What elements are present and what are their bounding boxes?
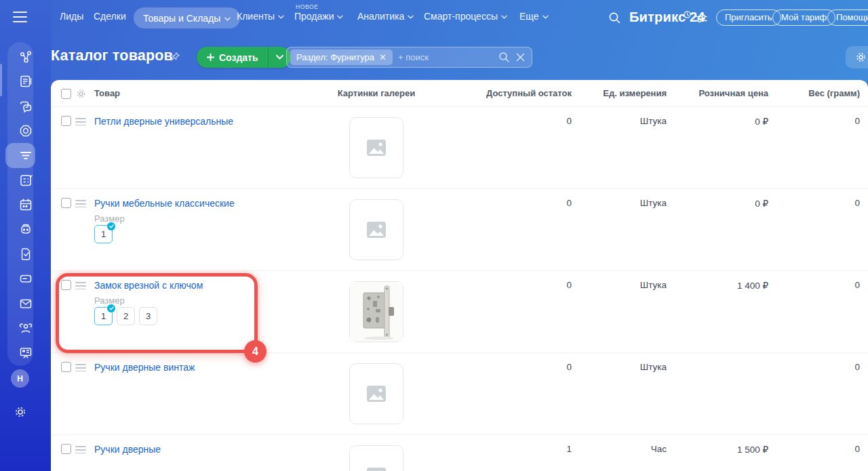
nav-label: Смарт-процессы: [424, 11, 498, 22]
table-row: Ручки мебельные классические Размер 1 0 …: [51, 189, 868, 271]
mail-icon[interactable]: [18, 296, 33, 311]
crm-funnel-icon[interactable]: [18, 148, 33, 163]
gallery-image-placeholder[interactable]: [349, 445, 403, 471]
clear-search-icon[interactable]: [516, 53, 525, 62]
filter-chip-section[interactable]: Раздел: Фурнитура ✕: [290, 49, 393, 65]
drag-handle[interactable]: [75, 282, 86, 292]
filter-search-bar[interactable]: Раздел: Фурнитура ✕ + поиск: [286, 47, 532, 68]
tutorial-step-badge: 4: [244, 340, 267, 363]
size-chip-value: 3: [146, 311, 151, 321]
price-value: 0 ₽: [668, 198, 768, 209]
bitrix24-logo[interactable]: Битрикс 24: [629, 9, 705, 25]
nav-item-clients[interactable]: Клиенты: [237, 11, 284, 22]
product-link[interactable]: Ручки дверные винтаж: [94, 362, 195, 373]
invite-button[interactable]: Пригласить: [716, 9, 781, 26]
docs-icon[interactable]: [18, 247, 33, 262]
drag-handle[interactable]: [75, 364, 86, 374]
nav-item-deals[interactable]: Сделки: [94, 11, 126, 22]
pin-icon[interactable]: [170, 52, 180, 64]
product-link[interactable]: Ручки дверные: [94, 444, 161, 455]
left-sidebar: Н: [0, 0, 51, 471]
chevron-down-icon: [408, 15, 414, 19]
page-settings-gear-button[interactable]: [846, 46, 868, 68]
row-checkbox[interactable]: [61, 362, 71, 372]
column-header-stock[interactable]: Доступный остаток: [437, 80, 572, 107]
weight-value: 0: [760, 198, 860, 208]
tune-sliders-icon[interactable]: [696, 14, 707, 26]
clock-icon[interactable]: [684, 9, 691, 21]
column-header-weight[interactable]: Вес (грамм): [760, 80, 860, 107]
nav-item-more[interactable]: Еще: [519, 11, 549, 22]
size-chip[interactable]: 3: [139, 307, 157, 325]
check-badge-icon: [107, 222, 115, 230]
video-icon[interactable]: [18, 123, 33, 138]
tasks-icon[interactable]: [18, 173, 33, 188]
stock-value: 1: [437, 444, 572, 454]
network-icon[interactable]: [18, 49, 33, 64]
table-row: Ручки дверные винтаж 0 Штука 0: [51, 353, 868, 435]
nav-label: Лиды: [60, 11, 83, 22]
drag-handle[interactable]: [75, 200, 86, 210]
table-row: Ручки дверные 1 Час 1 500 ₽ 0: [51, 435, 868, 471]
size-chips: 1 2 3: [94, 307, 157, 325]
chip-remove-icon[interactable]: ✕: [379, 53, 387, 62]
size-chip-selected[interactable]: 1: [94, 225, 113, 243]
column-header-unit[interactable]: Ед. измерения: [566, 80, 667, 107]
nav-item-sales[interactable]: Продажи: [294, 11, 343, 22]
nav-item-products-warehouses[interactable]: Товары и Склады: [134, 7, 240, 28]
column-header-price[interactable]: Розничная цена: [668, 80, 768, 107]
drive-icon[interactable]: [18, 271, 33, 286]
product-link[interactable]: Петли дверные универсальные: [94, 116, 233, 127]
product-table-panel: Товар Картинки галереи Доступный остаток…: [51, 80, 868, 471]
drag-handle[interactable]: [75, 446, 86, 456]
nav-item-analytics[interactable]: Аналитика: [357, 11, 414, 22]
stock-value: 0: [437, 362, 572, 372]
product-link[interactable]: Ручки мебельные классические: [94, 198, 235, 209]
plus-icon: [207, 54, 214, 61]
search-icon[interactable]: [498, 52, 510, 63]
product-link[interactable]: Замок врезной с ключом: [94, 280, 203, 291]
table-row-highlighted: Замок врезной с ключом Размер 1 2 3: [51, 271, 868, 353]
price-value: 0 ₽: [668, 116, 768, 127]
chat-icon[interactable]: [18, 99, 33, 114]
row-checkbox[interactable]: [61, 444, 71, 454]
row-checkbox[interactable]: [61, 116, 71, 126]
row-checkbox[interactable]: [61, 280, 71, 290]
nav-label: Сделки: [94, 11, 126, 22]
gallery-image-placeholder[interactable]: [349, 117, 403, 178]
calendar-icon[interactable]: [18, 197, 33, 212]
gallery-image-placeholder[interactable]: [349, 199, 403, 260]
my-plan-button[interactable]: Мой тариф: [772, 9, 835, 26]
column-header-product[interactable]: Товар: [94, 80, 120, 107]
size-chip[interactable]: 2: [117, 307, 135, 325]
size-chip-selected[interactable]: 1: [94, 307, 113, 325]
sidebar-scrollbar[interactable]: [0, 64, 2, 96]
stock-value: 0: [437, 198, 572, 208]
columns-settings-gear-icon[interactable]: [76, 89, 86, 99]
feed-icon[interactable]: [18, 74, 33, 89]
gear-icon: [854, 51, 867, 64]
product-photo-lock[interactable]: [349, 281, 403, 342]
ai-bot-icon[interactable]: [18, 222, 33, 237]
unit-value: Штука: [566, 280, 667, 290]
help-button[interactable]: Помощь: [827, 9, 868, 26]
column-header-gallery[interactable]: Картинки галереи: [309, 80, 444, 107]
global-search-icon[interactable]: [608, 12, 621, 27]
drag-handle[interactable]: [75, 118, 86, 128]
sidebar-settings-gear-icon[interactable]: [13, 405, 28, 419]
select-all-checkbox[interactable]: [61, 89, 71, 99]
weight-value: 0: [760, 362, 860, 372]
row-checkbox[interactable]: [61, 198, 71, 208]
nav-label: Клиенты: [237, 11, 275, 22]
team-icon[interactable]: [18, 321, 33, 335]
gallery-image-placeholder[interactable]: [349, 363, 403, 424]
create-button[interactable]: Создать: [197, 47, 268, 68]
weight-value: 0: [760, 444, 860, 454]
user-avatar[interactable]: Н: [11, 369, 29, 388]
size-chip-value: 1: [101, 229, 106, 239]
image-placeholder-icon: [367, 386, 386, 402]
nav-item-smart-processes[interactable]: Смарт-процессы: [424, 11, 507, 22]
nav-item-leads[interactable]: Лиды: [60, 11, 83, 22]
nav-label: Аналитика: [357, 11, 404, 22]
board-icon[interactable]: [18, 346, 33, 361]
